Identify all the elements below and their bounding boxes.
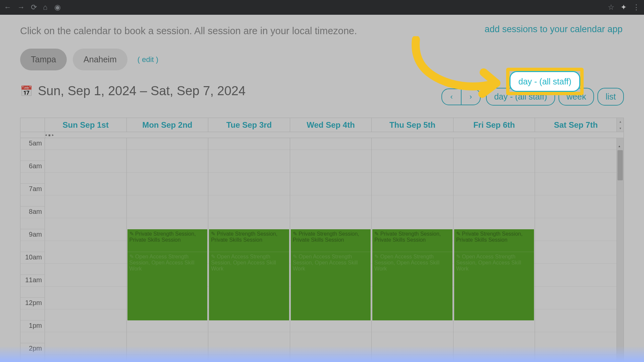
event-open[interactable]: ✎ Open Access Strength Session, Open Acc… bbox=[454, 252, 534, 320]
reload-icon[interactable]: ⟳ bbox=[31, 3, 37, 12]
day-header[interactable]: Wed Sep 4th bbox=[290, 118, 372, 132]
calendar-header-row: Sun Sep 1st Mon Sep 2nd Tue Sep 3rd Wed … bbox=[20, 118, 624, 132]
event-open[interactable]: ✎ Open Access Strength Session, Open Acc… bbox=[209, 252, 289, 320]
extensions-icon[interactable]: ✦ bbox=[621, 3, 627, 12]
day-header[interactable]: Sun Sep 1st bbox=[45, 118, 127, 132]
pencil-icon: ✎ bbox=[129, 231, 134, 237]
page-content: Click on the calendar to book a session.… bbox=[0, 15, 644, 362]
pencil-icon: ✎ bbox=[211, 231, 215, 237]
mini-square-icon: ■ bbox=[48, 133, 51, 137]
day-column-thu[interactable]: ✎ Private Strength Session, Private Skil… bbox=[372, 138, 453, 362]
day-column-tue[interactable]: ✎ Private Strength Session, Private Skil… bbox=[208, 138, 290, 362]
scroll-up-icon[interactable]: ▴ bbox=[619, 144, 620, 148]
event-private[interactable]: ✎ Private Strength Session, Private Skil… bbox=[454, 229, 534, 252]
time-label: 6am bbox=[20, 161, 45, 184]
annotation-highlight-button: day - (all staff) bbox=[509, 71, 580, 92]
home-icon[interactable]: ⌂ bbox=[43, 3, 47, 12]
bottom-gradient bbox=[0, 346, 644, 362]
event-open[interactable]: ✎ Open Access Strength Session, Open Acc… bbox=[372, 252, 452, 320]
pencil-icon: ✎ bbox=[374, 254, 379, 259]
day-column-sat[interactable] bbox=[535, 138, 617, 362]
time-label: 10am bbox=[20, 252, 45, 275]
pencil-icon: ✎ bbox=[293, 254, 297, 259]
edit-locations-link[interactable]: ( edit ) bbox=[138, 55, 158, 64]
time-label: 5am bbox=[20, 138, 45, 161]
day-column-fri[interactable]: ✎ Private Strength Session, Private Skil… bbox=[453, 138, 535, 362]
day-header[interactable]: Mon Sep 2nd bbox=[127, 118, 209, 132]
pencil-icon: ✎ bbox=[456, 254, 461, 259]
calendar-scrollbar[interactable]: ▴ bbox=[617, 138, 624, 362]
time-label: 9am bbox=[20, 229, 45, 252]
bookmark-star-icon[interactable]: ☆ bbox=[608, 3, 614, 12]
scrollbar-header: ▴▾ bbox=[617, 118, 624, 132]
day-column-mon[interactable]: ✎ Private Strength Session, Private Skil… bbox=[127, 138, 209, 362]
event-private[interactable]: ✎ Private Strength Session, Private Skil… bbox=[209, 229, 289, 252]
mini-next-icon[interactable]: ▸ bbox=[52, 133, 54, 137]
calendar-icon[interactable]: 📅 bbox=[20, 85, 33, 97]
day-column-sun[interactable] bbox=[45, 138, 127, 362]
time-label: 8am bbox=[20, 206, 45, 229]
pencil-icon: ✎ bbox=[456, 231, 461, 237]
event-private[interactable]: ✎ Private Strength Session, Private Skil… bbox=[127, 229, 208, 252]
time-label: 1pm bbox=[20, 320, 45, 343]
time-column-header bbox=[20, 118, 45, 132]
back-icon[interactable]: ← bbox=[4, 3, 11, 12]
site-info-icon[interactable]: ◉ bbox=[53, 3, 61, 11]
event-open[interactable]: ✎ Open Access Strength Session, Open Acc… bbox=[291, 252, 371, 320]
scroll-thumb[interactable] bbox=[618, 150, 623, 180]
event-open[interactable]: ✎ Open Access Strength Session, Open Acc… bbox=[127, 252, 208, 320]
pencil-icon: ✎ bbox=[293, 231, 297, 237]
tab-tampa[interactable]: Tampa bbox=[20, 49, 67, 70]
add-to-calendar-link[interactable]: add sessions to your calendar app bbox=[485, 24, 623, 35]
day-header[interactable]: Fri Sep 6th bbox=[453, 118, 535, 132]
day-header[interactable]: Sat Sep 7th bbox=[535, 118, 617, 132]
menu-dots-icon[interactable]: ⋮ bbox=[633, 3, 640, 12]
mini-prev-icon[interactable]: ◂ bbox=[45, 133, 47, 137]
time-label: 11am bbox=[20, 275, 45, 298]
time-label: 12pm bbox=[20, 298, 45, 320]
time-label: 7am bbox=[20, 184, 45, 206]
location-tabs: Tampa Anaheim ( edit ) bbox=[20, 49, 624, 70]
mini-date-nav: ◂ ■ ▸ bbox=[20, 132, 624, 138]
pencil-icon: ✎ bbox=[374, 231, 379, 237]
calendar-body: 5am 6am 7am 8am 9am 10am 11am 12pm 1pm 2… bbox=[20, 138, 624, 362]
day-header[interactable]: Tue Sep 3rd bbox=[208, 118, 290, 132]
view-list-button[interactable]: list bbox=[597, 88, 624, 106]
tab-anaheim[interactable]: Anaheim bbox=[73, 49, 127, 70]
calendar-grid: Sun Sep 1st Mon Sep 2nd Tue Sep 3rd Wed … bbox=[20, 118, 624, 362]
annotation-arrow-icon bbox=[406, 36, 506, 100]
pencil-icon: ✎ bbox=[211, 254, 215, 259]
forward-icon[interactable]: → bbox=[17, 3, 25, 12]
event-private[interactable]: ✎ Private Strength Session, Private Skil… bbox=[372, 229, 452, 252]
day-column-wed[interactable]: ✎ Private Strength Session, Private Skil… bbox=[290, 138, 372, 362]
date-range-text: Sun, Sep 1, 2024 – Sat, Sep 7, 2024 bbox=[38, 84, 246, 98]
day-header[interactable]: Thu Sep 5th bbox=[372, 118, 453, 132]
browser-toolbar: ← → ⟳ ⌂ ◉ ☆ ✦ ⋮ bbox=[0, 0, 644, 15]
pencil-icon: ✎ bbox=[129, 254, 134, 259]
annotation-highlight-box: day - (all staff) bbox=[506, 68, 584, 95]
time-column: 5am 6am 7am 8am 9am 10am 11am 12pm 1pm 2… bbox=[20, 138, 45, 362]
event-private[interactable]: ✎ Private Strength Session, Private Skil… bbox=[291, 229, 371, 252]
